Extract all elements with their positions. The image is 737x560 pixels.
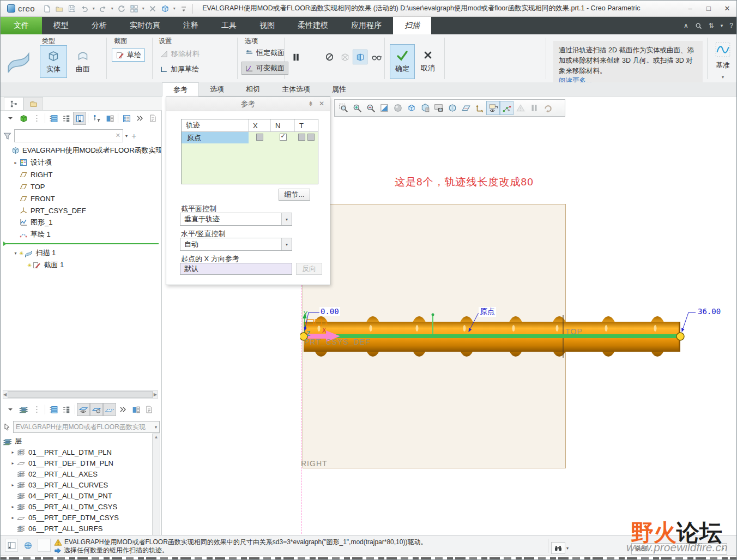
blank-square-icon[interactable] (38, 539, 51, 552)
help-icon[interactable]: ? (729, 22, 733, 29)
undo-icon[interactable] (78, 2, 90, 15)
layer-item-05__PRT_DEF_DTM_CSYS[interactable]: ▸05__PRT_DEF_DTM_CSYS (3, 512, 152, 523)
layer-solid-icon[interactable] (90, 403, 103, 416)
add-filter-icon[interactable]: ＋ (130, 131, 138, 141)
layer-item-05__PRT_ALL_DTM_CSYS[interactable]: ▸05__PRT_ALL_DTM_CSYS (3, 501, 152, 512)
doc-settings-icon[interactable] (146, 112, 159, 125)
n-checkbox[interactable] (280, 134, 287, 141)
menu-tab-实时仿真[interactable]: 实时仿真 (118, 17, 172, 34)
dropdown-icon[interactable]: ▾ (721, 23, 723, 28)
regenerate-icon[interactable] (115, 2, 128, 15)
open-file-icon[interactable] (53, 2, 65, 15)
layer-item-01__PRT_ALL_DTM_PLN[interactable]: ▸01__PRT_ALL_DTM_PLN (3, 447, 152, 457)
details-button[interactable]: 细节... (279, 189, 310, 201)
model-node-icon[interactable] (17, 112, 30, 125)
refit-icon[interactable] (377, 101, 391, 115)
find-dropdown-icon[interactable]: ▾ (566, 546, 569, 551)
layer-root[interactable]: 层 (3, 436, 152, 447)
origin-trajectory-label[interactable]: 原点 (479, 307, 496, 317)
tree-horizontal-scrollbar[interactable]: ◀ ▶ (3, 390, 158, 399)
model-tree-item-设计项[interactable]: ▸设计项 (3, 156, 161, 168)
pause-button[interactable] (288, 50, 303, 64)
expand-right-icon[interactable]: ▸ (9, 461, 16, 466)
layer-item-01__PRT_DEF_DTM_PLN[interactable]: ▸01__PRT_DEF_DTM_PLN (3, 457, 152, 468)
expand-right-icon[interactable]: ▸ (9, 450, 16, 455)
trajectory-row-origin[interactable]: 原点 (182, 132, 318, 143)
model-tree-item-EVALGRAPH使用MOD或者FLOOR函数实现相同[interactable]: EVALGRAPH使用MOD或者FLOOR函数实现相同 (3, 144, 161, 156)
dashboard-tab-选项[interactable]: 选项 (199, 82, 235, 97)
layer-dropdown-icon[interactable] (4, 403, 17, 416)
layer-visibility-icon[interactable] (77, 403, 90, 416)
layer-item-06__PRT_ALL_SURFS[interactable]: 06__PRT_ALL_SURFS (3, 523, 152, 534)
clear-search-icon[interactable]: ✕ (116, 132, 120, 139)
redo-icon[interactable] (96, 2, 109, 15)
maximize-button[interactable]: □ (702, 3, 716, 14)
display-style-icon[interactable] (404, 101, 418, 115)
new-file-icon[interactable] (40, 2, 53, 15)
model-tree-item-FRONT[interactable]: FRONT (3, 192, 161, 204)
overflow-icon[interactable] (116, 403, 129, 416)
datum-dropdown-icon[interactable]: ▾ (710, 75, 735, 80)
close-panel-icon[interactable]: ✕ (319, 100, 324, 107)
variable-section-button[interactable]: 可变截面 (241, 62, 288, 75)
expand-right-icon[interactable]: ▸ (9, 515, 16, 520)
menu-tab-模型[interactable]: 模型 (42, 17, 80, 34)
spin-center-icon[interactable] (500, 101, 514, 115)
browser-icon[interactable] (21, 539, 34, 552)
search-dropdown-icon[interactable]: ▾ (125, 134, 128, 139)
windows-icon[interactable] (128, 2, 140, 15)
menu-tab-扫描[interactable]: 扫描 (393, 17, 431, 34)
chevron-down-icon[interactable]: ▾ (281, 238, 292, 250)
xdir-reference-input[interactable]: 默认 (180, 263, 292, 275)
dashboard-tab-参考[interactable]: 参考 (162, 82, 199, 97)
surface-button[interactable]: 曲面 (69, 45, 96, 78)
selector-dropdown-icon[interactable]: ▾ (155, 425, 157, 430)
menu-tab-注释[interactable]: 注释 (172, 17, 210, 34)
glasses-preview-button[interactable] (369, 50, 384, 64)
attached-preview-button[interactable] (353, 50, 367, 64)
close-window-icon[interactable] (146, 2, 159, 15)
annotation-display-icon[interactable] (486, 101, 500, 115)
menu-tab-分析[interactable]: 分析 (80, 17, 118, 34)
zoom-window-icon[interactable] (336, 101, 350, 115)
list-view-icon[interactable] (120, 112, 133, 125)
search-icon[interactable] (695, 22, 702, 29)
menu-tab-文件[interactable]: 文件 (1, 17, 42, 34)
layer-model-selector[interactable]: EVALGRAPH使用MOD或者FLOOR函数实现▾ (13, 421, 160, 433)
model-tree-item-草绘 1[interactable]: 草绘 1 (3, 228, 161, 240)
undo-dropdown-icon[interactable]: ▾ (90, 6, 96, 11)
collapse-all-icon[interactable] (60, 403, 73, 416)
menu-tab-视图[interactable]: 视图 (248, 17, 286, 34)
datum-group[interactable]: 基准 ▾ (710, 40, 735, 80)
sketch-button[interactable]: 草绘 (112, 49, 145, 62)
shade-icon[interactable] (391, 101, 404, 115)
customize-quick-access-icon[interactable] (177, 2, 190, 15)
collapse-ribbon-icon[interactable]: ∧ (684, 22, 688, 29)
model-tree-item-扫描 1[interactable]: ▾✳扫描 1 (3, 247, 161, 259)
layers-root-icon[interactable] (17, 403, 30, 416)
expand-right-icon[interactable]: ▸ (9, 504, 16, 509)
tree-dropdown-icon[interactable] (4, 112, 17, 125)
constant-section-button[interactable]: 恒定截面 (241, 46, 288, 59)
origin-trajectory-cell[interactable]: 原点 (182, 132, 249, 143)
folder-browser-tab[interactable] (23, 97, 43, 110)
axis-display-icon[interactable] (473, 101, 486, 115)
expand-all-icon[interactable] (47, 403, 60, 416)
overflow-icon[interactable] (133, 112, 146, 125)
tree-toggle-icon[interactable] (5, 539, 18, 552)
no-preview-button[interactable] (322, 50, 337, 64)
scroll-up-icon[interactable]: ▲ (154, 435, 159, 439)
chevron-down-icon[interactable]: ▾ (281, 213, 292, 225)
model-geometry[interactable] (300, 303, 737, 364)
model-tree-item-PRT_CSYS_DEF[interactable]: PRT_CSYS_DEF (3, 204, 161, 216)
section-plane-control-select[interactable]: 垂直于轨迹▾ (180, 213, 292, 226)
close-button[interactable]: ✕ (720, 3, 734, 14)
model-tree-item-TOP[interactable]: TOP (3, 180, 161, 192)
display-style-icon[interactable] (159, 2, 171, 15)
dashboard-tab-相切[interactable]: 相切 (235, 82, 271, 97)
ok-button[interactable]: 确定 (390, 44, 415, 79)
display-style-dropdown-icon[interactable]: ▾ (171, 6, 177, 11)
expand-right-icon[interactable]: ▸ (9, 483, 16, 487)
menu-tab-工具[interactable]: 工具 (210, 17, 248, 34)
scroll-left-icon[interactable]: ◀ (3, 392, 7, 397)
